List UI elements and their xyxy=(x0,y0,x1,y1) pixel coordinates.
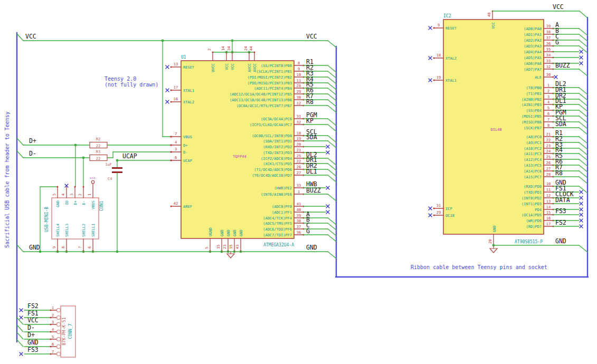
net-label-KP[interactable]: KP xyxy=(306,117,314,124)
usb-pin-name: ID xyxy=(65,200,69,205)
ic2-pin-number: 10 xyxy=(546,182,551,186)
bus-entry xyxy=(328,141,336,148)
ic2-pin-name: (AD3)PA3 xyxy=(524,44,542,49)
pin-end-dot xyxy=(170,101,172,103)
u1-pin-name: (OC3A/OC4A)PC6 xyxy=(261,117,292,121)
net-label-FS2[interactable]: FS2 xyxy=(555,219,566,226)
junction-dot xyxy=(162,40,164,42)
u1-pin-number: 33 xyxy=(297,184,301,188)
net-label-VCC[interactable]: VCC xyxy=(306,33,317,40)
u1-pin-number: 30 xyxy=(297,95,301,100)
ic2-pin-number: 11 xyxy=(546,188,551,192)
ic2-pin-number: 23 xyxy=(546,144,551,148)
bus-entry xyxy=(580,11,587,18)
conn7-ref[interactable]: CONN_7 xyxy=(68,323,73,339)
u1-pin-name: (SS/PCINT0)PB0 xyxy=(261,64,292,68)
junction-dot xyxy=(74,144,77,147)
ic2-pin-name: (A8)PC0 xyxy=(526,135,542,139)
net-label-BUZZ[interactable]: BUZZ xyxy=(555,62,570,69)
ic2-pin-name: (AIN0)PB2 xyxy=(522,98,542,102)
usb-pin-name: D- xyxy=(82,200,86,205)
ic2-pin-number: 19 xyxy=(437,75,441,80)
net-label-DL1[interactable]: DL1 xyxy=(306,168,317,175)
bus-entry xyxy=(579,99,587,106)
ic2-pin-name: (AD2)PA2 xyxy=(524,39,542,43)
u1-pin-name: (ADC6/TDO)PF6 xyxy=(263,227,292,232)
ic2-pin-number: 21 xyxy=(546,132,551,137)
net-label-GND[interactable]: GND xyxy=(27,339,39,346)
capacitor-c4[interactable] xyxy=(112,167,122,169)
net-label-GND[interactable]: GND xyxy=(29,244,40,251)
wire-vcc xyxy=(17,34,23,41)
ic2-pin-number: 34 xyxy=(546,53,551,58)
u1-ref[interactable]: U1 xyxy=(181,55,186,60)
bus-entry xyxy=(328,119,336,126)
net-label-SDA[interactable]: SDA xyxy=(306,133,317,141)
net-label-FS2[interactable]: FS2 xyxy=(27,302,39,310)
bus-entry xyxy=(579,93,587,100)
net-label-D-[interactable]: D- xyxy=(29,150,36,157)
u1-pin-number: 2 xyxy=(207,49,212,51)
u1-pin-number: 36 xyxy=(297,231,301,235)
schematic-canvas[interactable]: VCCVCCD+R222D-R322UCAP1uFC4GNDGND5GND4ID… xyxy=(0,0,597,364)
net-label-FS3[interactable]: FS3 xyxy=(27,346,39,353)
conn7-pin-number: 1 xyxy=(52,306,54,310)
ic2-pin-name: (A12)PC4 xyxy=(524,158,542,162)
ic2-ref[interactable]: IC2 xyxy=(443,14,451,18)
bus-entry xyxy=(328,94,336,101)
conn7-value[interactable]: B7K-PH-K-S1 xyxy=(62,317,67,345)
usb-connector-value[interactable]: USB-MINI-B xyxy=(44,207,49,232)
bus-entry xyxy=(17,332,23,339)
net-label-D-[interactable]: D- xyxy=(27,324,35,331)
ic2-pin-name: (AD6)PA6 xyxy=(524,62,542,66)
u1-pin-name: (INT6/AIN0)PE6 xyxy=(261,193,292,197)
u1-pin-name: (SDA/INT1)PD1 xyxy=(263,139,292,143)
u1-pin-number: 13 xyxy=(174,62,178,66)
net-label-FS1[interactable]: FS1 xyxy=(27,310,39,317)
bus-entry xyxy=(579,148,587,155)
net-label-VCC[interactable]: VCC xyxy=(553,3,564,11)
net-label-BUZZ[interactable]: BUZZ xyxy=(306,187,321,194)
u1-pin-number: 35 xyxy=(229,245,233,249)
net-label-G[interactable]: G xyxy=(306,227,310,235)
usb-connector-ref[interactable]: CON1 xyxy=(99,201,104,211)
ic2-pin-number: 20 xyxy=(488,240,492,244)
wire-vcc xyxy=(328,41,336,47)
ic2-pin-name: PD4 xyxy=(535,208,542,212)
net-label-UCAP[interactable]: UCAP xyxy=(122,152,137,160)
u1-pin-number: 7 xyxy=(175,132,177,136)
u1-pin-name: (TXD/INT3)PD3 xyxy=(263,151,292,155)
bus-entry xyxy=(328,175,336,182)
net-label-D+[interactable]: D+ xyxy=(27,331,35,339)
net-label-FS3[interactable]: FS3 xyxy=(555,207,566,215)
bus-entry xyxy=(579,142,587,149)
pin-end-dot xyxy=(74,186,76,188)
ic2-pin-name: (A13)PC5 xyxy=(524,164,542,168)
net-label-R8[interactable]: R8 xyxy=(555,169,563,177)
bus-entry xyxy=(579,46,587,53)
vcc-power-label: vcc xyxy=(90,176,96,179)
net-label-GND[interactable]: GND xyxy=(306,244,317,251)
wire-gnd xyxy=(17,245,23,252)
junction-dot xyxy=(82,157,85,159)
net-label-G[interactable]: G xyxy=(555,39,559,46)
u1-pin-number: 4 xyxy=(175,140,177,145)
net-label-D+[interactable]: D+ xyxy=(29,137,36,145)
ic2-pin-number: 7 xyxy=(547,118,549,122)
ic2-pin-name: (A15)PC7 xyxy=(524,175,542,179)
net-label-GND[interactable]: GND xyxy=(555,237,566,245)
u1-pin-name: (T1/OC4D/ADC9)PD6 xyxy=(254,168,292,172)
bus-entry xyxy=(579,128,587,135)
bus-entry xyxy=(579,177,587,184)
net-label-DATA[interactable]: DATA xyxy=(555,196,570,204)
net-label-R8[interactable]: R8 xyxy=(306,98,314,106)
u1-pin-name: (OC0B/SCL/INT0)PD0 xyxy=(252,134,292,138)
ic2-pin-name: XTAL1 xyxy=(446,79,457,83)
net-label-VCC[interactable]: VCC xyxy=(27,317,39,324)
u1-value[interactable]: ATMEGA32U4-A xyxy=(263,243,294,247)
net-label-SDA[interactable]: SDA xyxy=(555,120,566,128)
ic2-pin-number: 36 xyxy=(546,42,551,46)
bus-entry xyxy=(328,65,336,72)
ic2-value[interactable]: AT90S8515-P xyxy=(515,240,543,244)
net-label-VCC[interactable]: VCC xyxy=(25,33,36,40)
